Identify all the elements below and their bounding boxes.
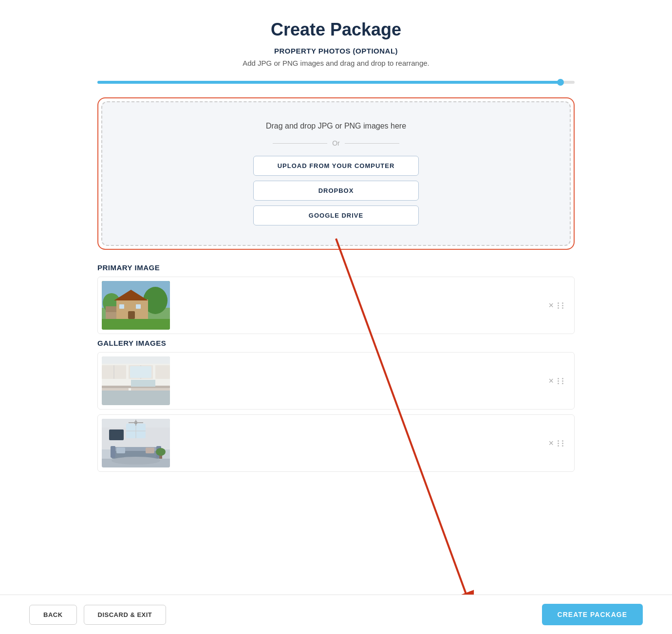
- svg-rect-39: [111, 446, 115, 458]
- primary-image-label: PRIMARY IMAGE: [97, 263, 575, 272]
- svg-rect-36: [109, 429, 124, 440]
- upload-zone[interactable]: Drag and drop JPG or PNG images here Or …: [101, 101, 571, 246]
- gallery-image-thumb-2: [102, 419, 170, 467]
- back-button[interactable]: BACK: [29, 605, 77, 625]
- svg-rect-11: [136, 304, 141, 309]
- image-actions-3: ×: [548, 438, 570, 448]
- image-actions: ×: [548, 300, 570, 311]
- gallery-image-row-1: ×: [97, 352, 575, 410]
- primary-image-row: ×: [97, 277, 575, 334]
- progress-bar-dot: [557, 79, 564, 86]
- svg-rect-24: [131, 380, 155, 387]
- gallery-image-2-remove-icon[interactable]: ×: [548, 438, 554, 448]
- gallery-image-thumb-1: [102, 356, 170, 405]
- gallery-image-1-drag-icon[interactable]: [558, 378, 565, 384]
- primary-image-drag-icon[interactable]: [558, 302, 565, 309]
- svg-rect-25: [130, 366, 151, 378]
- gallery-images-label: GALLERY IMAGES: [97, 339, 575, 347]
- svg-rect-44: [146, 448, 154, 453]
- kitchen-svg: [102, 356, 170, 405]
- section-description: Add JPG or PNG images and drag and drop …: [97, 59, 575, 67]
- dropbox-button[interactable]: DROPBOX: [253, 181, 419, 201]
- drag-drop-text: Drag and drop JPG or PNG images here: [266, 122, 406, 131]
- house-svg: [102, 281, 170, 330]
- bottom-bar: BACK DISCARD & EXIT CREATE PACKAGE: [0, 595, 672, 634]
- create-package-button[interactable]: CREATE PACKAGE: [542, 604, 643, 625]
- svg-rect-18: [155, 365, 170, 379]
- svg-rect-35: [135, 420, 136, 426]
- progress-bar-fill: [97, 81, 560, 84]
- gallery-image-row-2: ×: [97, 414, 575, 472]
- svg-point-42: [112, 457, 160, 465]
- section-subtitle: PROPERTY PHOTOS (OPTIONAL): [97, 47, 575, 55]
- svg-point-46: [156, 448, 166, 456]
- gallery-image-1-remove-icon[interactable]: ×: [548, 376, 554, 386]
- svg-rect-9: [106, 306, 116, 312]
- svg-rect-14: [102, 356, 170, 364]
- house-image: [102, 281, 170, 330]
- living-room-svg: [102, 419, 170, 467]
- discard-exit-button[interactable]: DISCARD & EXIT: [84, 605, 167, 625]
- progress-bar: [97, 81, 575, 84]
- svg-rect-7: [128, 311, 135, 319]
- primary-image-remove-icon[interactable]: ×: [548, 300, 554, 311]
- upload-buttons: UPLOAD FROM YOUR COMPUTER DROPBOX GOOGLE…: [253, 156, 419, 225]
- svg-rect-12: [102, 319, 170, 330]
- svg-rect-26: [102, 391, 170, 405]
- svg-rect-43: [116, 448, 125, 453]
- svg-rect-10: [119, 304, 124, 309]
- or-divider: Or: [273, 139, 399, 147]
- upload-computer-button[interactable]: UPLOAD FROM YOUR COMPUTER: [253, 156, 419, 176]
- page-title: Create Package: [97, 19, 575, 40]
- primary-image-thumb: [102, 281, 170, 330]
- gallery-image-2-drag-icon[interactable]: [558, 440, 565, 447]
- upload-zone-wrapper: Drag and drop JPG or PNG images here Or …: [97, 97, 575, 250]
- google-drive-button[interactable]: GOOGLE DRIVE: [253, 205, 419, 225]
- image-actions-2: ×: [548, 376, 570, 386]
